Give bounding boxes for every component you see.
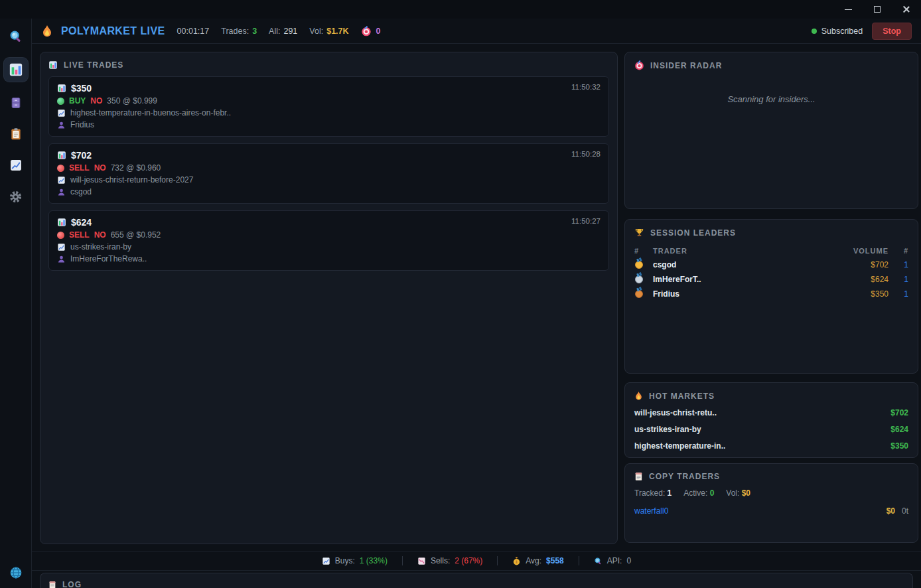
stat-volume: Vol:$1.7K (309, 27, 348, 36)
sidebar-item-settings[interactable] (6, 186, 26, 206)
trade-amount: $624 (71, 217, 92, 228)
status-api: API:0 (579, 556, 646, 565)
insider-radar-panel: INSIDER RADAR Scanning for insiders... (624, 52, 918, 209)
hot-markets-title: HOT MARKETS (649, 392, 715, 401)
subscribed-dot-icon (812, 29, 817, 34)
log-header: LOG (48, 580, 904, 588)
trade-market: us-strikes-iran-by (70, 242, 131, 252)
copy-traders-stats: Tracked: 1 Active: 0 Vol: $0 (634, 488, 908, 498)
hot-market-volume: $702 (890, 408, 908, 417)
hot-markets-panel: HOT MARKETS will-jesus-christ-retu.. $70… (624, 382, 918, 458)
trade-card[interactable]: 11:50:32 $350 BUY NO 350 @ $0.999 (48, 76, 609, 137)
leader-count: 1 (891, 289, 908, 299)
minimize-icon (845, 9, 852, 10)
bronze-medal-icon (635, 290, 643, 298)
sidebar-item-charts[interactable] (6, 155, 26, 175)
app-window: POLYMARKET LIVE 00:01:17 Trades:3 All:29… (0, 0, 921, 588)
flame-icon (634, 391, 643, 401)
copy-trader-volume: $0 (886, 506, 895, 516)
hot-market-name: highest-temperature-in.. (634, 441, 725, 451)
leader-volume: $702 (838, 260, 888, 269)
content: LIVE TRADES 11:50:32 $350 BUY (32, 44, 921, 551)
copy-traders-header: COPY TRADERS (634, 472, 908, 481)
leader-count: 1 (891, 275, 908, 284)
trade-trader: csgod (70, 187, 92, 196)
sidebar (0, 19, 32, 588)
insider-radar-empty-text: Scanning for insiders... (634, 94, 908, 104)
clipboard-icon (9, 127, 23, 141)
trade-side-dot-icon (57, 165, 64, 172)
hot-market-row[interactable]: will-jesus-christ-retu.. $702 (634, 408, 908, 417)
trade-detail: 732 @ $0.960 (111, 163, 161, 173)
trophy-icon (634, 228, 644, 238)
notepad-icon (48, 581, 56, 588)
chart-increasing-icon (322, 557, 330, 565)
globe-icon (9, 565, 23, 580)
trade-detail: 350 @ $0.999 (107, 96, 157, 106)
trade-amount: $702 (71, 150, 92, 161)
close-icon (902, 5, 910, 13)
chart-increasing-icon (9, 159, 23, 172)
chart-increasing-icon (57, 176, 66, 184)
stop-button[interactable]: Stop (872, 23, 912, 40)
trade-trader: ImHereForTheRewa.. (70, 254, 147, 263)
user-icon (57, 255, 66, 263)
chart-decreasing-icon (417, 557, 426, 565)
file-cabinet-icon (9, 96, 23, 110)
insider-radar-header: INSIDER RADAR (634, 60, 908, 70)
trade-card[interactable]: 11:50:27 $624 SELL NO 655 @ $0.952 (48, 210, 609, 271)
trade-side-dot-icon (57, 232, 64, 239)
copy-trader-count: 0t (902, 506, 908, 516)
stat-insiders: 0 (361, 26, 381, 37)
hot-market-row[interactable]: us-strikes-iran-by $624 (634, 425, 908, 434)
close-button[interactable] (892, 0, 921, 19)
maximize-icon (874, 6, 881, 13)
notepad-icon (634, 472, 643, 481)
session-leaders-header: SESSION LEADERS (634, 228, 908, 238)
session-leaders-panel: SESSION LEADERS # TRADER VOLUME # csgod … (624, 219, 918, 374)
bar-chart-icon (57, 218, 66, 227)
stat-trades: Trades:3 (221, 27, 257, 36)
sidebar-item-network[interactable] (6, 563, 26, 583)
status-bar: Buys:1 (33%) Sells:2 (67%) Avg:$558 (32, 551, 921, 571)
hot-market-volume: $624 (890, 425, 908, 434)
status-avg: Avg:$558 (498, 556, 579, 565)
window-titlebar (0, 0, 921, 19)
user-icon (57, 188, 66, 196)
leader-row[interactable]: csgod $702 1 (634, 260, 908, 269)
sidebar-item-live-trades[interactable] (4, 58, 28, 82)
status-buys: Buys:1 (33%) (307, 556, 402, 565)
leader-row[interactable]: Fridius $350 1 (634, 289, 908, 299)
trade-amount: $350 (71, 83, 92, 94)
leader-row[interactable]: ImHereForT.. $624 1 (634, 275, 908, 284)
search-icon (594, 557, 602, 565)
trade-side: SELL (69, 163, 90, 173)
app-header: POLYMARKET LIVE 00:01:17 Trades:3 All:29… (32, 19, 921, 44)
copy-trader-link[interactable]: waterfall0 (634, 506, 668, 516)
log-title: LOG (62, 580, 82, 588)
copy-traders-title: COPY TRADERS (649, 472, 720, 481)
gear-icon (9, 190, 23, 204)
bar-chart-icon (57, 151, 66, 160)
target-icon (361, 26, 372, 37)
trade-time: 11:50:32 (571, 83, 601, 91)
trade-outcome: NO (94, 230, 106, 240)
leader-count: 1 (891, 260, 908, 269)
bar-chart-icon (57, 84, 66, 93)
leader-volume: $624 (838, 275, 888, 284)
leaders-table-header: # TRADER VOLUME # (634, 247, 908, 255)
stat-all: All:291 (269, 27, 297, 36)
chart-increasing-icon (57, 243, 66, 252)
trade-outcome: NO (94, 163, 106, 173)
live-trades-panel: LIVE TRADES 11:50:32 $350 BUY (40, 52, 618, 544)
bar-chart-icon (9, 62, 23, 77)
minimize-button[interactable] (833, 0, 863, 19)
maximize-button[interactable] (863, 0, 892, 19)
sidebar-item-archive[interactable] (6, 93, 26, 113)
sidebar-item-orders[interactable] (6, 124, 26, 144)
hot-market-row[interactable]: highest-temperature-in.. $350 (634, 441, 908, 451)
gold-medal-icon (635, 261, 643, 269)
trade-market: will-jesus-christ-return-before-2027 (70, 175, 193, 184)
sidebar-item-search[interactable] (6, 27, 26, 46)
trade-card[interactable]: 11:50:28 $702 SELL NO 732 @ $0.960 (48, 143, 609, 204)
